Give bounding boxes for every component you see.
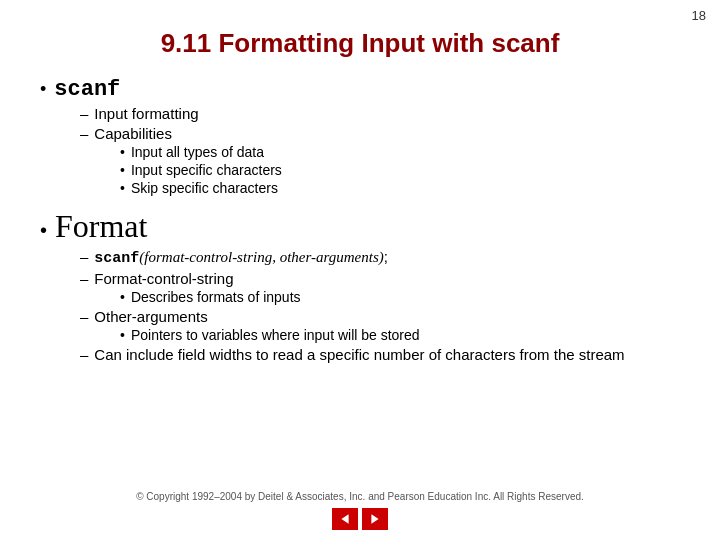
sub-specific-chars: • Input specific characters [120,162,680,178]
specific-chars-text: Input specific characters [131,162,282,178]
dash-icon: – [80,270,88,287]
next-button[interactable] [362,508,388,530]
format-label: Format [55,208,147,245]
dash-icon: – [80,105,88,122]
dash-capabilities: – Capabilities [80,125,680,142]
format-section: • Format [40,208,680,245]
dash-icon: – [80,125,88,142]
dash-field-widths: – Can include field widths to read a spe… [80,346,680,363]
describes-formats-text: Describes formats of inputs [131,289,301,305]
dash-input-formatting: – Input formatting [80,105,680,122]
field-widths-text: Can include field widths to read a speci… [94,346,680,363]
footer: © Copyright 1992–2004 by Deitel & Associ… [0,491,720,530]
slide-content: 9.11 Formatting Input with scanf • scanf… [0,0,720,373]
prev-button[interactable] [332,508,358,530]
other-args-text: Other-arguments [94,308,207,325]
capabilities-text: Capabilities [94,125,172,142]
scanf-section: • scanf [40,77,680,102]
prev-icon [339,513,351,525]
dash-other-args: – Other-arguments [80,308,680,325]
dot-icon: • [120,327,125,343]
scanf-label: scanf [54,77,120,102]
sub-skip-chars: • Skip specific characters [120,180,680,196]
next-icon [369,513,381,525]
dot-icon: • [120,162,125,178]
dash-format-control: – Format-control-string [80,270,680,287]
svg-marker-0 [341,514,348,524]
slide-title: 9.11 Formatting Input with scanf [40,28,680,59]
skip-chars-text: Skip specific characters [131,180,278,196]
sub-pointers: • Pointers to variables where input will… [120,327,680,343]
sub-describes-formats: • Describes formats of inputs [120,289,680,305]
svg-marker-1 [371,514,378,524]
dot-icon: • [120,180,125,196]
dash-icon: – [80,346,88,363]
dot-icon: • [120,144,125,160]
pointers-text: Pointers to variables where input will b… [131,327,420,343]
sub-all-types: • Input all types of data [120,144,680,160]
input-formatting-text: Input formatting [94,105,198,122]
format-control-text: Format-control-string [94,270,233,287]
all-types-text: Input all types of data [131,144,264,160]
dash-icon: – [80,248,88,265]
dash-icon: – [80,308,88,325]
dash-scanf-format: – scanf(format-control-string, other-arg… [80,248,680,267]
bullet-format: • [40,219,47,242]
scanf-format-text: scanf(format-control-string, other-argum… [94,248,388,267]
copyright-text: © Copyright 1992–2004 by Deitel & Associ… [0,491,720,502]
bullet-scanf: • [40,79,46,100]
dot-icon: • [120,289,125,305]
nav-buttons [0,508,720,530]
page-number: 18 [692,8,706,23]
